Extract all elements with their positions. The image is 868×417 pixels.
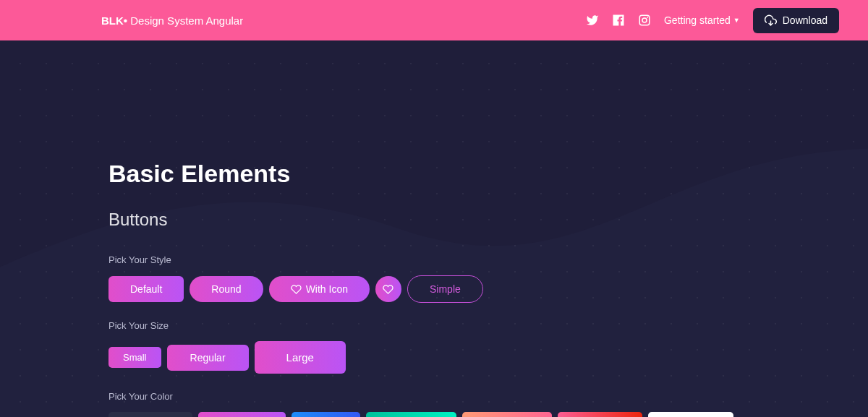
- brand: BLK• Design System Angular: [101, 14, 243, 27]
- style-row: Default Round With Icon Simple: [109, 275, 868, 303]
- twitter-icon[interactable]: [586, 14, 599, 27]
- download-label: Download: [783, 14, 827, 26]
- main-content: Basic Elements Buttons Pick Your Style D…: [0, 40, 868, 417]
- button-color-info[interactable]: Info: [292, 412, 360, 417]
- button-small[interactable]: Small: [109, 347, 161, 368]
- instagram-icon[interactable]: [638, 14, 651, 27]
- color-label: Pick Your Color: [109, 391, 868, 402]
- brand-rest: Design System Angular: [127, 14, 243, 27]
- heart-icon: [383, 284, 393, 295]
- section-title: Buttons: [109, 210, 868, 230]
- button-icon-only[interactable]: [375, 276, 401, 302]
- getting-started-dropdown[interactable]: Getting started ▼: [664, 14, 740, 26]
- button-color-warning[interactable]: Warning: [462, 412, 552, 417]
- brand-strong: BLK•: [101, 14, 127, 27]
- button-color-danger[interactable]: Danger: [558, 412, 643, 417]
- style-label: Pick Your Style: [109, 254, 868, 265]
- button-default[interactable]: Default: [109, 276, 184, 302]
- facebook-icon[interactable]: [612, 14, 625, 27]
- button-color-neutral[interactable]: Neutral: [648, 412, 733, 417]
- chevron-down-icon: ▼: [733, 17, 740, 24]
- button-large[interactable]: Large: [255, 341, 346, 374]
- download-button[interactable]: Download: [753, 8, 839, 33]
- cloud-download-icon: [765, 14, 777, 27]
- button-color-primary[interactable]: Primary: [198, 412, 285, 417]
- button-round[interactable]: Round: [190, 276, 263, 302]
- getting-started-label: Getting started: [664, 14, 731, 26]
- svg-point-2: [647, 17, 648, 18]
- button-color-success[interactable]: Success: [366, 412, 456, 417]
- nav-right: Getting started ▼ Download: [586, 8, 839, 33]
- button-regular[interactable]: Regular: [167, 345, 249, 371]
- color-row: Default Primary Info Success Warning Dan…: [109, 412, 868, 417]
- svg-point-1: [642, 18, 647, 22]
- with-icon-label: With Icon: [306, 283, 348, 295]
- page-title: Basic Elements: [109, 160, 868, 188]
- button-color-default[interactable]: Default: [109, 412, 192, 417]
- heart-icon: [291, 284, 302, 295]
- button-simple[interactable]: Simple: [407, 275, 483, 303]
- size-label: Pick Your Size: [109, 320, 868, 331]
- navbar: BLK• Design System Angular Getting start…: [0, 0, 868, 40]
- button-with-icon[interactable]: With Icon: [269, 276, 370, 302]
- size-row: Small Regular Large: [109, 341, 868, 374]
